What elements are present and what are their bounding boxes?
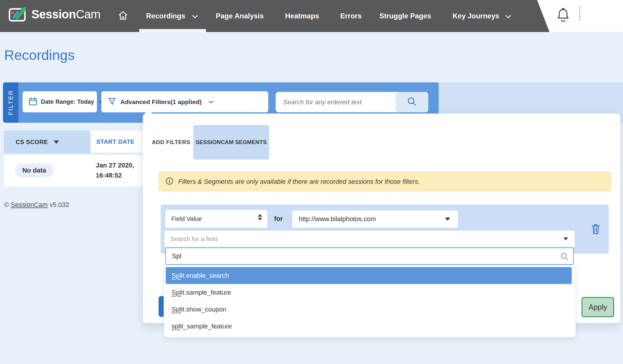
- sessioncam-logo-icon: [8, 5, 27, 23]
- delete-filter-trash-icon[interactable]: [591, 223, 601, 236]
- field-type-select[interactable]: Field Value: [165, 210, 267, 228]
- field-option-highlighted[interactable]: Split.enable_search: [166, 267, 572, 284]
- nav-struggle-pages[interactable]: Struggle Pages: [379, 0, 431, 32]
- caret-down-icon: [563, 237, 568, 240]
- filter-side-tab[interactable]: FILTER: [3, 82, 18, 123]
- field-option[interactable]: Split.show_coupon: [164, 301, 576, 318]
- field-search-input[interactable]: [166, 248, 573, 264]
- no-data-badge: No data: [15, 163, 54, 177]
- text-search-box: [276, 92, 428, 112]
- funnel-filter-icon: [108, 97, 116, 107]
- info-banner: Filters & Segments are only available if…: [159, 172, 611, 191]
- footer-version: © SessionCam v5.032: [4, 201, 69, 209]
- nav-key-journeys[interactable]: Key Journeys: [453, 0, 499, 32]
- site-select[interactable]: http://www.bilalphotos.com: [292, 210, 458, 228]
- date-range-button[interactable]: Date Range: Today: [23, 91, 97, 112]
- field-select-collapsed[interactable]: Search for a field: [164, 231, 575, 247]
- home-icon[interactable]: [118, 11, 128, 21]
- active-tab-indicator: [139, 29, 206, 32]
- field-options-list: Split.enable_search Split.sample_feature…: [164, 265, 576, 338]
- chevron-down-icon: [505, 14, 511, 20]
- nav-page-analysis[interactable]: Page Analysis: [216, 0, 264, 32]
- table-row[interactable]: No data Jan 27 2020, 16:48:52: [4, 155, 143, 186]
- nav-heatmaps[interactable]: Heatmaps: [285, 0, 319, 32]
- chevron-down-icon: [209, 99, 213, 105]
- nav-errors[interactable]: Errors: [340, 0, 362, 32]
- sort-descending-icon: [54, 141, 59, 144]
- for-label: for: [274, 210, 283, 228]
- field-search-box: [165, 248, 574, 265]
- apply-button[interactable]: Apply: [582, 297, 614, 317]
- start-date-value: Jan 27 2020, 16:48:52: [96, 160, 134, 181]
- field-option[interactable]: split_sample_feature: [164, 318, 576, 335]
- search-icon: [407, 97, 417, 108]
- info-icon: [166, 177, 173, 186]
- navbar-corner: [528, 0, 623, 32]
- sessioncam-link[interactable]: SessionCam: [11, 201, 48, 208]
- popover-arrow: [145, 110, 152, 114]
- nav-recordings[interactable]: Recordings: [146, 0, 185, 32]
- caret-down-icon: [445, 218, 450, 221]
- start-date-column-header[interactable]: START DATE: [90, 130, 143, 154]
- chevron-down-icon: [192, 14, 198, 20]
- search-button[interactable]: [396, 92, 428, 112]
- cs-score-column-header[interactable]: CS SCORE: [4, 130, 90, 154]
- advanced-filters-button[interactable]: Advanced Filters(1 applied): [101, 91, 268, 112]
- select-updown-icon: [258, 214, 262, 221]
- search-icon: [560, 252, 569, 262]
- top-navbar: SessionCam Recordings Page Analysis Heat…: [0, 0, 623, 32]
- sessioncam-logo[interactable]: SessionCam: [8, 5, 100, 23]
- page-title: Recordings: [4, 47, 75, 63]
- tab-add-filters[interactable]: ADD FILTERS: [149, 125, 193, 159]
- field-option[interactable]: Split.sample_feature: [164, 284, 576, 301]
- more-options-icon[interactable]: [579, 7, 580, 21]
- tab-sessioncam-segments[interactable]: SESSIONCAM SEGMENTS: [193, 125, 269, 159]
- brand-name: SessionCam: [31, 8, 100, 21]
- calendar-icon: [28, 97, 37, 107]
- notifications-bell-icon[interactable]: [557, 8, 570, 24]
